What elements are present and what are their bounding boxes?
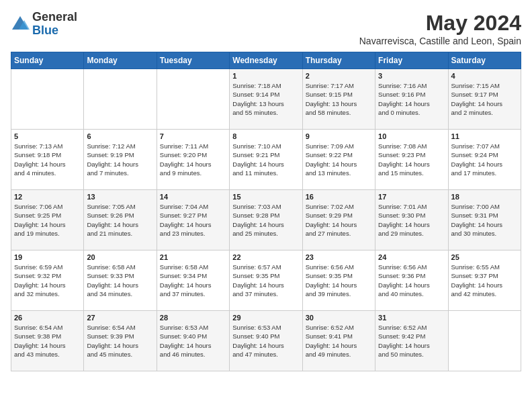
day-info-line: and 17 minutes.	[451, 169, 497, 177]
day-info-line: Sunset: 9:41 PM	[306, 332, 353, 340]
day-info: Sunrise: 6:56 AMSunset: 9:35 PMDaylight:…	[306, 263, 372, 298]
day-info-line: and 25 minutes.	[232, 230, 278, 237]
day-number: 15	[232, 193, 299, 201]
day-info-line: and 13 minutes.	[306, 169, 351, 177]
day-info-line: Daylight: 14 hours	[87, 221, 138, 228]
calendar-day-empty	[157, 69, 229, 130]
day-info-line: Daylight: 14 hours	[378, 100, 430, 107]
calendar-day-19: 19Sunrise: 6:59 AMSunset: 9:32 PMDayligh…	[11, 250, 84, 311]
day-info: Sunrise: 7:10 AMSunset: 9:21 PMDaylight:…	[232, 142, 299, 177]
day-info-line: Daylight: 14 hours	[14, 221, 66, 228]
day-info: Sunrise: 6:52 AMSunset: 9:42 PMDaylight:…	[378, 323, 445, 359]
day-info-line: Sunset: 9:38 PM	[14, 332, 61, 340]
weekday-header-wednesday: Wednesday	[230, 52, 302, 69]
calendar-day-16: 16Sunrise: 7:02 AMSunset: 9:29 PMDayligh…	[302, 190, 375, 250]
weekday-header-monday: Monday	[84, 52, 157, 69]
day-info-line: Daylight: 14 hours	[14, 342, 66, 349]
calendar-day-27: 27Sunrise: 6:54 AMSunset: 9:39 PMDayligh…	[84, 311, 157, 371]
calendar-day-empty	[448, 311, 521, 371]
day-info-line: Daylight: 14 hours	[378, 221, 430, 228]
day-info-line: Daylight: 14 hours	[14, 161, 66, 168]
day-info-line: and 43 minutes.	[14, 351, 60, 358]
day-info-line: Sunset: 9:35 PM	[306, 272, 353, 279]
day-info-line: Sunrise: 7:11 AM	[160, 142, 208, 150]
day-info-line: Sunrise: 6:58 AM	[160, 263, 208, 271]
day-info: Sunrise: 7:12 AMSunset: 9:19 PMDaylight:…	[87, 142, 153, 177]
calendar-day-15: 15Sunrise: 7:03 AMSunset: 9:28 PMDayligh…	[230, 190, 302, 250]
day-info-line: Sunrise: 6:54 AM	[87, 324, 135, 331]
weekday-header-thursday: Thursday	[302, 52, 375, 69]
calendar-day-empty	[84, 69, 157, 130]
calendar-day-26: 26Sunrise: 6:54 AMSunset: 9:38 PMDayligh…	[11, 311, 84, 371]
day-info-line: Sunrise: 6:53 AM	[160, 324, 208, 331]
day-info-line: Sunrise: 7:07 AM	[451, 142, 500, 150]
day-info: Sunrise: 6:53 AMSunset: 9:40 PMDaylight:…	[160, 323, 226, 359]
day-info-line: Sunrise: 6:59 AM	[14, 263, 62, 271]
day-info-line: Sunset: 9:22 PM	[306, 151, 353, 158]
day-number: 2	[306, 72, 372, 80]
day-info: Sunrise: 7:03 AMSunset: 9:28 PMDaylight:…	[232, 202, 299, 238]
day-info-line: Daylight: 14 hours	[306, 342, 357, 349]
day-info-line: and 2 minutes.	[451, 109, 493, 116]
day-info-line: Sunrise: 7:06 AM	[14, 203, 62, 210]
day-number: 1	[232, 72, 299, 80]
day-info: Sunrise: 7:16 AMSunset: 9:16 PMDaylight:…	[378, 81, 445, 117]
day-info: Sunrise: 6:56 AMSunset: 9:36 PMDaylight:…	[378, 263, 445, 298]
day-number: 11	[451, 132, 518, 140]
day-number: 18	[451, 193, 518, 201]
calendar-day-9: 9Sunrise: 7:09 AMSunset: 9:22 PMDaylight…	[302, 130, 375, 190]
day-info-line: Daylight: 14 hours	[306, 281, 357, 289]
day-info-line: Sunset: 9:23 PM	[378, 151, 425, 158]
day-info-line: Daylight: 14 hours	[451, 281, 503, 289]
day-info-line: Sunset: 9:18 PM	[14, 151, 61, 158]
day-number: 30	[306, 314, 372, 322]
day-info: Sunrise: 7:06 AMSunset: 9:25 PMDaylight:…	[14, 202, 81, 238]
day-info: Sunrise: 6:54 AMSunset: 9:39 PMDaylight:…	[87, 323, 153, 359]
day-info-line: Daylight: 13 hours	[232, 100, 284, 107]
day-info-line: Sunrise: 6:52 AM	[306, 324, 354, 331]
calendar-day-5: 5Sunrise: 7:13 AMSunset: 9:18 PMDaylight…	[11, 130, 84, 190]
day-info-line: and 45 minutes.	[87, 351, 132, 358]
day-number: 7	[160, 132, 226, 140]
day-info-line: Sunrise: 7:01 AM	[378, 203, 427, 210]
day-info-line: and 37 minutes.	[232, 290, 278, 298]
day-number: 22	[232, 253, 299, 261]
weekday-header-saturday: Saturday	[448, 52, 521, 69]
day-number: 25	[451, 253, 518, 261]
day-info-line: Sunrise: 6:54 AM	[14, 324, 62, 331]
weekday-header-friday: Friday	[375, 52, 448, 69]
calendar-day-25: 25Sunrise: 6:55 AMSunset: 9:37 PMDayligh…	[448, 250, 521, 311]
calendar-day-18: 18Sunrise: 7:00 AMSunset: 9:31 PMDayligh…	[448, 190, 521, 250]
logo-general-text: General	[32, 10, 77, 24]
day-info-line: Sunset: 9:40 PM	[232, 332, 279, 340]
day-info-line: and 49 minutes.	[306, 351, 351, 358]
day-number: 4	[451, 72, 518, 80]
day-info-line: and 27 minutes.	[306, 230, 351, 237]
day-number: 26	[14, 314, 81, 322]
day-info-line: and 40 minutes.	[378, 290, 424, 298]
day-info-line: and 55 minutes.	[232, 109, 278, 116]
calendar-day-4: 4Sunrise: 7:15 AMSunset: 9:17 PMDaylight…	[448, 69, 521, 130]
day-info-line: Sunset: 9:21 PM	[232, 151, 279, 158]
day-info-line: Daylight: 14 hours	[451, 100, 503, 107]
day-info: Sunrise: 7:02 AMSunset: 9:29 PMDaylight:…	[306, 202, 372, 238]
day-info-line: Sunset: 9:14 PM	[232, 91, 279, 98]
day-info-line: Daylight: 14 hours	[160, 221, 212, 228]
day-info: Sunrise: 6:59 AMSunset: 9:32 PMDaylight:…	[14, 263, 81, 298]
day-info-line: Sunrise: 7:05 AM	[87, 203, 135, 210]
calendar-day-22: 22Sunrise: 6:57 AMSunset: 9:35 PMDayligh…	[230, 250, 302, 311]
day-info-line: and 9 minutes.	[160, 169, 202, 177]
day-info-line: and 37 minutes.	[160, 290, 206, 298]
day-info-line: Sunset: 9:31 PM	[451, 212, 498, 219]
calendar-week-row: 26Sunrise: 6:54 AMSunset: 9:38 PMDayligh…	[11, 311, 521, 371]
day-info: Sunrise: 6:53 AMSunset: 9:40 PMDaylight:…	[232, 323, 299, 359]
day-number: 29	[232, 314, 299, 322]
day-info-line: Sunset: 9:32 PM	[14, 272, 61, 279]
day-info: Sunrise: 7:01 AMSunset: 9:30 PMDaylight:…	[378, 202, 445, 238]
day-info-line: and 23 minutes.	[160, 230, 206, 237]
day-info-line: and 15 minutes.	[378, 169, 424, 177]
day-info-line: and 39 minutes.	[306, 290, 351, 298]
logo: General Blue	[11, 11, 77, 38]
day-info-line: Sunset: 9:27 PM	[160, 212, 207, 219]
day-info-line: and 46 minutes.	[160, 351, 206, 358]
